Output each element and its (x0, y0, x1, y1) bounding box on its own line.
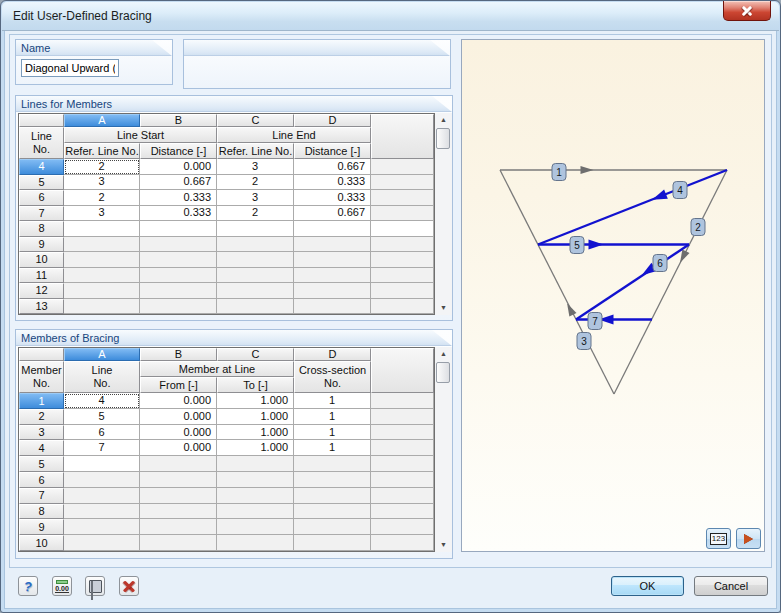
table-cell[interactable] (371, 190, 434, 206)
lines-table[interactable]: ABCDLine No.Line StartLine EndRefer. Lin… (18, 113, 435, 315)
table-cell[interactable] (217, 299, 294, 315)
table-cell[interactable] (140, 472, 217, 488)
table-cell[interactable] (217, 519, 294, 535)
table-header-cell[interactable]: Line No. (19, 127, 64, 159)
table-header-cell[interactable]: Cross-section No. (294, 361, 371, 393)
table-cell[interactable] (371, 252, 434, 268)
column-header[interactable]: C (217, 114, 294, 127)
table-cell[interactable]: 2 (64, 190, 140, 206)
table-cell[interactable] (64, 252, 140, 268)
row-header[interactable]: 8 (19, 221, 64, 237)
table-cell[interactable] (217, 268, 294, 284)
next-view-button[interactable] (736, 528, 761, 549)
table-cell[interactable] (64, 519, 140, 535)
table-cell[interactable]: 2 (217, 206, 294, 222)
table-cell[interactable]: 3 (217, 190, 294, 206)
table-cell[interactable] (140, 283, 217, 299)
table-cell[interactable] (64, 535, 140, 551)
table-cell[interactable] (371, 425, 434, 441)
table-cell[interactable] (371, 488, 434, 504)
table-cell[interactable]: 7 (64, 440, 140, 456)
column-header[interactable]: B (140, 348, 217, 361)
row-header[interactable]: 9 (19, 237, 64, 253)
table-cell[interactable] (140, 268, 217, 284)
row-header[interactable]: 4 (19, 159, 64, 175)
table-cell[interactable]: 1.000 (217, 409, 294, 425)
table-cell[interactable] (140, 237, 217, 253)
table-header-cell[interactable]: To [-] (217, 377, 294, 393)
table-cell[interactable] (140, 519, 217, 535)
column-header[interactable]: C (217, 348, 294, 361)
table-cell[interactable]: 0.333 (294, 190, 371, 206)
table-cell[interactable] (294, 252, 371, 268)
table-cell[interactable] (140, 488, 217, 504)
row-header[interactable]: 2 (19, 409, 64, 425)
scroll-up-icon[interactable]: ▲ (435, 347, 452, 361)
calculator-button[interactable] (85, 576, 105, 596)
column-header[interactable]: D (294, 348, 371, 361)
table-cell[interactable] (64, 504, 140, 520)
table-header-cell[interactable] (19, 348, 64, 361)
table-header-cell[interactable]: Distance [-] (294, 143, 371, 159)
scrollbar-thumb[interactable] (436, 128, 450, 149)
row-header[interactable]: 5 (19, 175, 64, 191)
table-cell[interactable] (294, 268, 371, 284)
table-cell[interactable]: 1 (294, 393, 371, 409)
ok-button[interactable]: OK (611, 576, 684, 596)
table-cell[interactable]: 0.333 (140, 190, 217, 206)
table-cell[interactable] (64, 283, 140, 299)
table-cell[interactable] (217, 221, 294, 237)
table-cell[interactable] (64, 237, 140, 253)
table-cell[interactable]: 1 (294, 425, 371, 441)
table-header-cell[interactable]: Refer. Line No. (217, 143, 294, 159)
members-table-scrollbar[interactable]: ▲ ▼ (435, 347, 452, 552)
table-cell[interactable] (371, 456, 434, 472)
table-header-cell[interactable]: Member at Line (140, 361, 294, 377)
table-cell[interactable] (371, 283, 434, 299)
table-cell[interactable]: 0.667 (294, 159, 371, 175)
row-header[interactable]: 1 (19, 393, 64, 409)
row-header[interactable]: 6 (19, 472, 64, 488)
table-cell[interactable]: 0.000 (140, 440, 217, 456)
table-cell[interactable]: 3 (64, 206, 140, 222)
table-cell[interactable] (371, 504, 434, 520)
table-cell[interactable]: 3 (64, 175, 140, 191)
table-cell[interactable] (294, 488, 371, 504)
table-cell[interactable]: 2 (217, 175, 294, 191)
table-cell[interactable]: 6 (64, 425, 140, 441)
table-cell[interactable] (217, 488, 294, 504)
table-cell[interactable] (371, 535, 434, 551)
table-cell[interactable]: 0.000 (140, 393, 217, 409)
table-cell[interactable] (371, 472, 434, 488)
table-cell[interactable]: 0.333 (140, 206, 217, 222)
cancel-button[interactable]: Cancel (694, 576, 768, 596)
table-cell[interactable] (371, 393, 434, 409)
table-cell[interactable] (294, 535, 371, 551)
name-input[interactable] (21, 59, 119, 77)
table-cell[interactable]: 1 (294, 409, 371, 425)
row-header[interactable]: 3 (19, 425, 64, 441)
table-cell[interactable]: 0.667 (294, 206, 371, 222)
row-header[interactable]: 6 (19, 190, 64, 206)
table-cell[interactable] (371, 206, 434, 222)
table-cell[interactable] (294, 504, 371, 520)
table-header-cell[interactable]: Line End (217, 127, 371, 143)
table-cell[interactable] (371, 237, 434, 253)
table-header-cell[interactable]: Line Start (64, 127, 217, 143)
column-header[interactable]: D (294, 114, 371, 127)
row-header[interactable]: 10 (19, 252, 64, 268)
table-cell[interactable]: 0.667 (140, 175, 217, 191)
table-cell[interactable]: 0.000 (140, 425, 217, 441)
table-cell[interactable] (217, 252, 294, 268)
table-cell[interactable] (217, 283, 294, 299)
table-cell[interactable] (294, 299, 371, 315)
table-cell[interactable]: 1.000 (217, 393, 294, 409)
table-cell[interactable] (371, 268, 434, 284)
table-cell[interactable]: 1.000 (217, 425, 294, 441)
members-table[interactable]: ABCDMember No.Line No.Member at LineCros… (18, 347, 435, 552)
table-cell[interactable] (371, 175, 434, 191)
scroll-down-icon[interactable]: ▼ (435, 538, 452, 552)
table-cell[interactable] (371, 440, 434, 456)
table-cell[interactable] (371, 299, 434, 315)
table-cell[interactable] (140, 221, 217, 237)
